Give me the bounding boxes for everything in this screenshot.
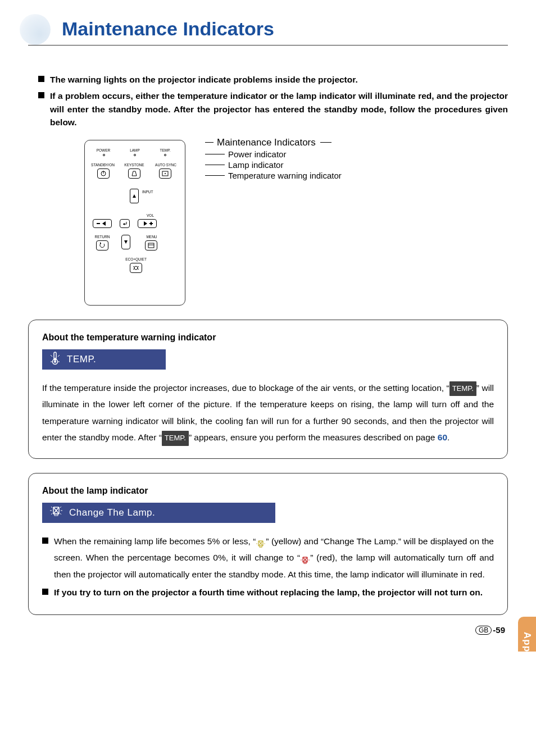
svg-line-21 — [51, 355, 52, 357]
lamp-heading: About the lamp indicator — [42, 486, 494, 496]
input-up-button-icon — [130, 189, 139, 203]
callout-lamp: Lamp indicator — [228, 160, 283, 170]
vol-plus-button-icon — [138, 219, 157, 228]
lamp-icon — [49, 504, 63, 521]
svg-line-22 — [58, 355, 60, 357]
temp-paragraph: If the temperature inside the projector … — [42, 380, 494, 446]
temp-heading: About the temperature warning indicator — [42, 333, 494, 343]
page-title: Maintenance Indicators — [62, 18, 274, 40]
svg-marker-13 — [124, 240, 128, 244]
thermometer-icon — [49, 351, 61, 368]
svg-rect-28 — [54, 514, 58, 516]
svg-marker-7 — [102, 221, 106, 226]
region-badge: GB — [475, 626, 492, 635]
input-down-button-icon — [121, 235, 130, 249]
vol-minus-button-icon — [93, 219, 112, 228]
panel-label-return: RETURN — [93, 235, 112, 239]
svg-marker-2 — [132, 171, 137, 176]
svg-rect-11 — [151, 222, 152, 225]
intro-list: The warning lights on the projector indi… — [38, 73, 508, 129]
page-reference-link[interactable]: 60 — [438, 432, 447, 442]
panel-label-input: INPUT — [142, 190, 159, 194]
panel-label-lamp: LAMP — [126, 148, 143, 152]
panel-label-eco: ECO+QUIET — [122, 257, 150, 261]
temp-inline-badge: TEMP. — [162, 431, 189, 446]
enter-button-icon — [120, 219, 130, 228]
intro-text: If a problem occurs, either the temperat… — [50, 89, 508, 129]
svg-marker-5 — [133, 194, 136, 198]
menu-button-icon — [145, 240, 157, 251]
temp-text-d: . — [447, 432, 449, 442]
callout-power: Power indicator — [228, 149, 286, 159]
lamp-bullet-2-text: If you try to turn on the projector a fo… — [54, 586, 483, 599]
panel-label-vol: VOL — [147, 213, 160, 217]
standby-button-icon — [97, 168, 110, 179]
appendix-label: Appendix — [521, 632, 533, 652]
square-bullet-icon — [42, 538, 48, 544]
panel-label-standby: STANDBY/ON — [90, 163, 115, 167]
indicator-callouts: Maintenance Indicators Power indicator L… — [205, 137, 342, 306]
svg-rect-14 — [148, 243, 154, 248]
temp-banner: TEMP. — [42, 349, 166, 370]
decorative-circle-icon — [20, 14, 51, 45]
temp-banner-text: TEMP. — [67, 354, 96, 365]
intro-item: The warning lights on the projector indi… — [38, 73, 508, 86]
svg-rect-38 — [260, 546, 262, 548]
return-button-icon — [96, 240, 108, 251]
lamp-red-icon — [300, 554, 310, 563]
svg-line-34 — [60, 513, 61, 514]
intro-item: If a problem occurs, either the temperat… — [38, 89, 508, 129]
panel-label-power: POWER — [94, 148, 113, 152]
lamp-b1-a: When the remaining lamp life becomes 5% … — [54, 536, 256, 546]
square-bullet-icon — [42, 589, 48, 595]
temp-inline-badge: TEMP. — [449, 381, 476, 397]
panel-label-autosync: AUTO SYNC — [152, 163, 179, 167]
lamp-bullet-2: If you try to turn on the projector a fo… — [42, 586, 494, 599]
lamp-bullet-1-text: When the remaining lamp life becomes 5% … — [54, 533, 494, 582]
lamp-yellow-icon — [256, 538, 266, 546]
svg-marker-9 — [144, 221, 147, 226]
panel-label-menu: MENU — [143, 235, 160, 239]
page-footer: GB -59 — [475, 625, 505, 635]
indicator-diagram: POWER LAMP TEMP. STANDBY/ON KEYSTONE AUT… — [84, 140, 508, 306]
temp-section: About the temperature warning indicator … — [28, 320, 508, 459]
title-underline — [28, 45, 508, 45]
lamp-section: About the lamp indicator Change The Lamp… — [28, 473, 508, 616]
square-bullet-icon — [38, 76, 44, 82]
autosync-button-icon — [159, 168, 171, 179]
svg-rect-44 — [304, 562, 306, 564]
power-indicator-dot — [103, 154, 105, 156]
svg-point-16 — [134, 266, 138, 270]
appendix-tab: Appendix — [518, 617, 536, 652]
page-number: -59 — [493, 625, 505, 635]
page-title-block: Maintenance Indicators — [28, 17, 508, 56]
temp-text-c: ” appears, ensure you perform the measur… — [189, 432, 438, 442]
svg-line-33 — [51, 513, 52, 514]
keystone-button-icon — [128, 168, 140, 179]
intro-text: The warning lights on the projector indi… — [50, 73, 358, 86]
callout-temp: Temperature warning indicator — [228, 171, 342, 180]
svg-line-31 — [51, 507, 52, 508]
lamp-banner: Change The Lamp. — [42, 503, 275, 523]
lamp-bullet-1: When the remaining lamp life becomes 5% … — [42, 533, 494, 582]
projector-control-panel: POWER LAMP TEMP. STANDBY/ON KEYSTONE AUT… — [84, 140, 185, 306]
panel-label-temp: TEMP. — [157, 148, 174, 152]
temp-indicator-dot — [164, 154, 166, 156]
lamp-banner-text: Change The Lamp. — [69, 507, 155, 518]
svg-rect-6 — [97, 223, 100, 224]
eco-button-icon — [130, 263, 142, 273]
panel-label-keystone: KEYSTONE — [122, 163, 147, 167]
svg-marker-8 — [123, 223, 125, 225]
lamp-indicator-dot — [134, 154, 136, 156]
svg-point-4 — [165, 173, 166, 174]
temp-text-a: If the temperature inside the projector … — [42, 383, 449, 393]
svg-line-32 — [60, 507, 61, 508]
square-bullet-icon — [38, 92, 44, 98]
callout-main: Maintenance Indicators — [217, 137, 316, 148]
